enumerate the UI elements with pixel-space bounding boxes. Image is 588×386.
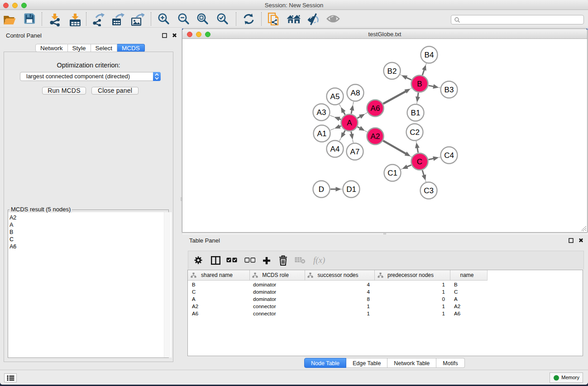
svg-text:A3: A3 (317, 108, 326, 117)
svg-text:A2: A2 (371, 132, 380, 141)
svg-text:C4: C4 (444, 151, 454, 160)
svg-text:B2: B2 (387, 67, 397, 76)
svg-text:A4: A4 (330, 145, 340, 153)
svg-text:A: A (347, 119, 352, 127)
svg-text:C1: C1 (387, 169, 397, 177)
svg-text:C3: C3 (424, 186, 434, 195)
svg-text:A8: A8 (351, 89, 360, 97)
svg-text:A5: A5 (330, 92, 340, 101)
svg-text:C: C (417, 157, 422, 166)
svg-text:A1: A1 (317, 129, 327, 138)
svg-text:C2: C2 (410, 128, 420, 137)
svg-text:B4: B4 (425, 51, 434, 59)
svg-text:A6: A6 (371, 104, 380, 113)
svg-text:D1: D1 (346, 185, 356, 194)
svg-text:B3: B3 (445, 86, 454, 94)
svg-text:B: B (417, 80, 422, 88)
svg-text:B1: B1 (411, 109, 421, 117)
svg-text:A7: A7 (350, 148, 360, 156)
svg-text:D: D (319, 185, 324, 194)
